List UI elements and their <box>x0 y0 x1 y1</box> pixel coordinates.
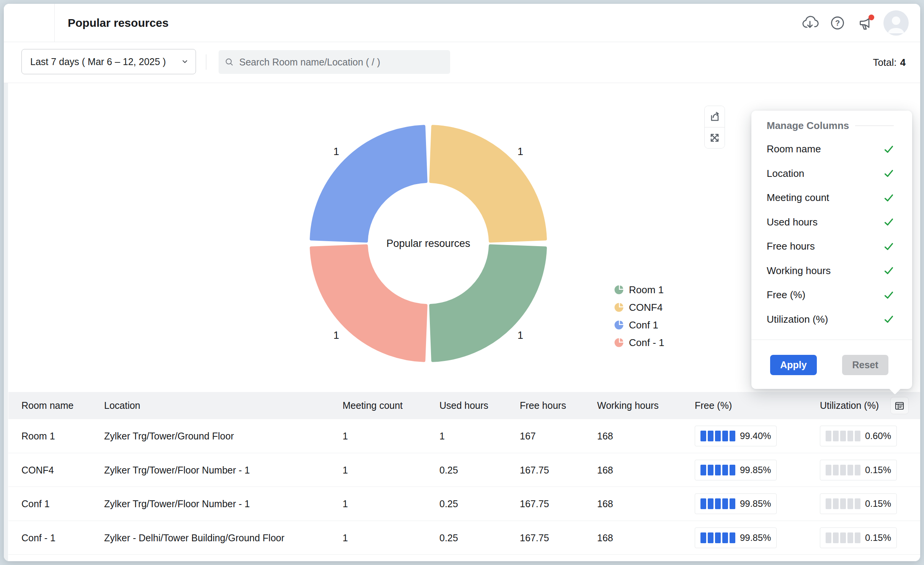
export-chart-button[interactable] <box>705 106 725 127</box>
meter-bar <box>722 498 728 509</box>
cell-used-hours: 0.25 <box>439 521 458 555</box>
cell-free-hours: 167.75 <box>520 521 549 555</box>
app-header: Popular resources ? <box>4 4 920 42</box>
download-button[interactable] <box>801 14 819 32</box>
column-option-label: Free hours <box>767 240 815 252</box>
legend-item[interactable]: Conf 1 <box>614 316 664 334</box>
check-icon <box>884 169 894 178</box>
meter-bar <box>840 465 846 475</box>
column-option-label: Location <box>767 168 804 180</box>
col-utilization-pct: Utilization (%) <box>820 392 879 419</box>
col-free-pct: Free (%) <box>695 392 732 419</box>
meter-bar <box>826 431 831 441</box>
table-header: Room name Location Meeting count Used ho… <box>8 392 920 419</box>
meter-bar <box>708 498 713 509</box>
apply-button[interactable]: Apply <box>770 355 817 375</box>
expand-icon <box>708 131 721 144</box>
fullscreen-button[interactable] <box>705 127 725 148</box>
cell-meeting-count: 1 <box>343 487 348 521</box>
table-row: Conf - 1 Zylker - Delhi/Tower Building/G… <box>8 521 920 555</box>
col-room-name: Room name <box>21 392 73 419</box>
meter-bar <box>833 498 839 509</box>
meter-bar <box>730 465 735 475</box>
column-option[interactable]: Room name <box>751 137 912 162</box>
user-silhouette-icon <box>883 10 909 36</box>
meter-bar <box>722 465 728 475</box>
resources-table: Room name Location Meeting count Used ho… <box>8 392 920 561</box>
segment-value-label: 1 <box>518 146 523 157</box>
meter-bars <box>826 532 860 543</box>
table-row: CONF4 Zylker Trg/Tower/Floor Number - 1 … <box>8 453 920 487</box>
meter-bar <box>722 431 728 441</box>
check-icon <box>884 194 894 202</box>
chart-toolbar <box>704 106 725 149</box>
cell-meeting-count: 1 <box>343 521 348 555</box>
announcements-button[interactable] <box>856 14 874 32</box>
reset-button[interactable]: Reset <box>842 355 888 375</box>
check-icon <box>884 145 894 153</box>
check-icon <box>884 315 894 323</box>
meter-bar <box>847 532 853 543</box>
cell-meeting-count: 1 <box>343 419 348 453</box>
cell-used-hours: 1 <box>439 419 445 453</box>
avatar[interactable] <box>883 10 909 36</box>
free-percent-value: 99.85% <box>740 532 771 543</box>
column-option-label: Used hours <box>767 216 818 228</box>
donut-segment[interactable] <box>311 246 426 361</box>
date-range-label: Last 7 days ( Mar 6 – 12, 2025 ) <box>30 56 182 67</box>
column-option[interactable]: Working hours <box>751 259 912 283</box>
cell-used-hours: 0.25 <box>439 487 458 521</box>
cell-location: Zylker Trg/Tower/Ground Floor <box>104 419 234 453</box>
meter-bars <box>826 465 860 475</box>
donut-segment[interactable] <box>311 126 426 241</box>
meter-bar <box>855 465 860 475</box>
filter-bar: Last 7 days ( Mar 6 – 12, 2025 ) Total:4 <box>4 42 920 83</box>
legend-item[interactable]: Room 1 <box>614 281 664 299</box>
cell-location: Zylker Trg/Tower/Floor Number - 1 <box>104 453 250 487</box>
column-option[interactable]: Utilization (%) <box>751 307 912 332</box>
table-row: Conf 1 Zylker Trg/Tower/Floor Number - 1… <box>8 487 920 521</box>
column-option[interactable]: Used hours <box>751 210 912 235</box>
donut-segment[interactable] <box>431 126 545 241</box>
utilization-percent-meter: 0.60% <box>820 426 897 446</box>
search-input[interactable] <box>239 57 444 68</box>
column-option[interactable]: Location <box>751 162 912 186</box>
pie-legend-icon <box>614 338 624 348</box>
legend-label: Conf 1 <box>629 319 658 331</box>
utilization-percent-value: 0.15% <box>865 532 891 543</box>
donut-segment[interactable] <box>431 246 545 361</box>
legend-item[interactable]: Conf - 1 <box>614 334 664 351</box>
app-window: Popular resources ? <box>4 4 920 561</box>
column-option-label: Meeting count <box>767 192 829 204</box>
meter-bars <box>700 498 735 509</box>
meter-bar <box>708 431 713 441</box>
manage-columns-popover: Manage Columns Room name Location Meetin… <box>751 111 912 389</box>
meter-bar <box>833 465 839 475</box>
cell-location: Zylker Trg/Tower/Floor Number - 1 <box>104 487 250 521</box>
meter-bar <box>700 465 706 475</box>
manage-columns-button[interactable] <box>890 397 909 414</box>
help-button[interactable]: ? <box>828 14 847 32</box>
legend-label: Conf - 1 <box>629 337 664 349</box>
meter-bars <box>700 431 735 441</box>
cell-used-hours: 0.25 <box>439 453 458 487</box>
check-icon <box>884 218 894 226</box>
column-option-label: Working hours <box>767 265 831 277</box>
manage-columns-options: Room name Location Meeting count Used ho… <box>751 137 912 331</box>
meter-bars <box>700 532 735 543</box>
column-option[interactable]: Free hours <box>751 234 912 259</box>
date-range-dropdown[interactable]: Last 7 days ( Mar 6 – 12, 2025 ) <box>21 49 196 74</box>
free-percent-meter: 99.85% <box>695 493 777 514</box>
meter-bar <box>855 431 860 441</box>
legend-label: CONF4 <box>629 302 663 314</box>
legend-item[interactable]: CONF4 <box>614 299 664 316</box>
column-option[interactable]: Free (%) <box>751 283 912 307</box>
table-row: Room 1 Zylker Trg/Tower/Ground Floor 1 1… <box>8 419 920 453</box>
title-rule <box>855 126 894 126</box>
pie-legend-icon <box>614 302 624 312</box>
col-working-hours: Working hours <box>597 392 659 419</box>
column-option[interactable]: Meeting count <box>751 186 912 210</box>
meter-bar <box>730 532 735 543</box>
cell-working-hours: 168 <box>597 419 613 453</box>
utilization-percent-meter: 0.15% <box>820 527 897 548</box>
